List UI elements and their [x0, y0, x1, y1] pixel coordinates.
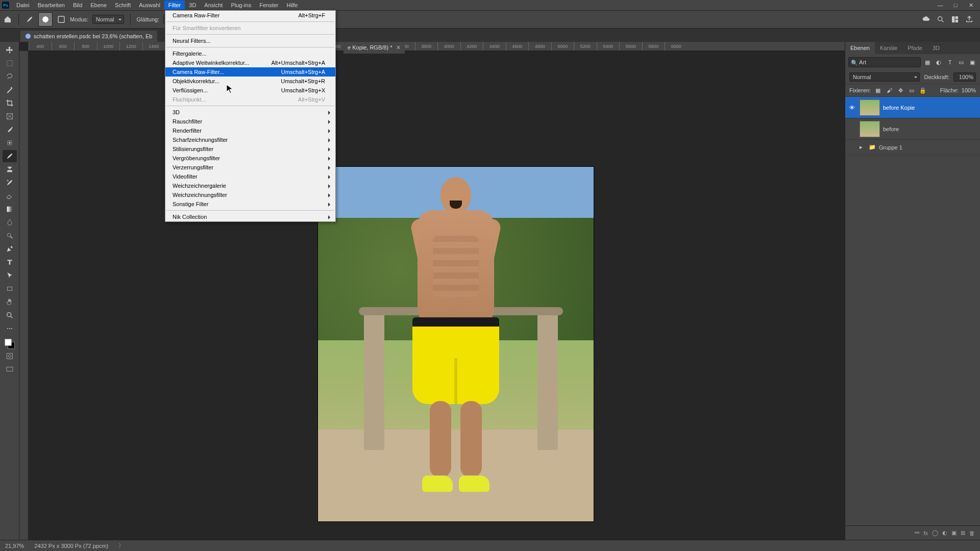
menu-hilfe[interactable]: Hilfe	[282, 1, 302, 10]
menu-schrift[interactable]: Schrift	[111, 1, 135, 10]
layer-thumbnail[interactable]	[860, 121, 880, 137]
menu-item-scharfzeichnungsfilter[interactable]: Scharfzeichnungsfilter	[165, 135, 335, 144]
zoom-level[interactable]: 21,97%	[5, 543, 24, 549]
menu-item-adaptive-weitwinkel[interactable]: Adaptive Weitwinkelkorrektur...Alt+Umsch…	[165, 58, 335, 67]
rectangle-tool[interactable]	[3, 283, 17, 295]
menu-item-verzerrungsfilter[interactable]: Verzerrungsfilter	[165, 163, 335, 172]
blend-mode-select[interactable]: Normal	[92, 15, 124, 24]
edit-toolbar[interactable]	[3, 322, 17, 335]
tab-ebenen[interactable]: Ebenen	[845, 42, 875, 54]
cloud-sync-icon[interactable]	[922, 15, 931, 24]
layer-name[interactable]: before	[883, 126, 978, 132]
document-tab[interactable]: schatten erstellen.psdc bei 23,6% (schat…	[20, 31, 157, 42]
filter-shape-icon[interactable]: ▭	[957, 58, 966, 67]
layer-row[interactable]: ▸ 📁 Gruppe 1	[845, 140, 980, 155]
menu-3d[interactable]: 3D	[185, 1, 200, 10]
lasso-tool[interactable]	[3, 70, 17, 83]
screen-mode-toggle[interactable]	[3, 363, 17, 375]
adjustment-layer-icon[interactable]: ◐	[942, 530, 947, 536]
menu-item-filtergalerie[interactable]: Filtergalerie...	[165, 49, 335, 58]
gradient-tool[interactable]	[3, 203, 17, 215]
status-arrow-icon[interactable]: 〉	[118, 542, 124, 549]
pen-tool[interactable]	[3, 243, 17, 255]
frame-tool[interactable]	[3, 110, 17, 122]
link-layers-icon[interactable]: ⚯	[915, 530, 919, 536]
menu-item-fluchtpunkt[interactable]: Fluchtpunkt...Alt+Strg+V	[165, 95, 335, 104]
menu-filter[interactable]: Filter	[164, 1, 185, 10]
brush-panel-icon[interactable]	[57, 15, 66, 24]
healing-brush-tool[interactable]	[3, 137, 17, 149]
tab-3d[interactable]: 3D	[927, 42, 945, 54]
document-info[interactable]: 2432 Px x 3000 Px (72 ppcm)	[34, 543, 108, 549]
group-expand-icon[interactable]: ▸	[860, 144, 866, 151]
layer-mask-icon[interactable]: ◯	[932, 530, 938, 536]
filter-pixel-icon[interactable]: ▦	[923, 58, 932, 67]
lock-artboard-icon[interactable]: ▭	[908, 86, 916, 94]
menu-item-sonstige-filter[interactable]: Sonstige Filter	[165, 199, 335, 209]
magic-wand-tool[interactable]	[3, 84, 17, 96]
crop-tool[interactable]	[3, 97, 17, 109]
dodge-tool[interactable]	[3, 230, 17, 242]
layer-name[interactable]: Gruppe 1	[879, 144, 978, 151]
path-select-tool[interactable]	[3, 269, 17, 282]
filter-type-icon[interactable]: T	[945, 58, 954, 67]
lock-pixels-icon[interactable]: 🖌	[885, 86, 893, 94]
color-swatch[interactable]	[5, 339, 15, 349]
menu-item-verfluessigen[interactable]: Verflüssigen...Umschalt+Strg+X	[165, 86, 335, 95]
brush-tool[interactable]	[3, 150, 17, 162]
menu-item-3d[interactable]: 3D	[165, 108, 335, 117]
tab-kanaele[interactable]: Kanäle	[875, 42, 902, 54]
delete-layer-icon[interactable]: 🗑	[969, 530, 975, 536]
lock-position-icon[interactable]: ✥	[896, 86, 904, 94]
layer-blend-mode[interactable]: Normal	[849, 72, 920, 82]
history-brush-tool[interactable]	[3, 177, 17, 189]
layer-thumbnail[interactable]	[860, 99, 880, 116]
layer-row[interactable]: 👁 before Kopie	[845, 97, 980, 118]
hand-tool[interactable]	[3, 296, 17, 308]
menu-auswahl[interactable]: Auswahl	[135, 1, 164, 10]
maximize-button[interactable]: □	[950, 2, 961, 9]
lock-all-icon[interactable]: 🔒	[919, 86, 927, 94]
menu-item-nik-collection[interactable]: Nik Collection	[165, 212, 335, 221]
canvas-area[interactable]: 4006008001000120014001600180020002200240…	[19, 42, 845, 540]
menu-item-weichzeichnergalerie[interactable]: Weichzeichnergalerie	[165, 181, 335, 190]
menu-bearbeiten[interactable]: Bearbeiten	[34, 1, 69, 10]
type-tool[interactable]	[3, 256, 17, 268]
menu-item-videofilter[interactable]: Videofilter	[165, 172, 335, 181]
menu-bild[interactable]: Bild	[69, 1, 86, 10]
new-group-icon[interactable]: ▣	[951, 530, 957, 536]
close-button[interactable]: ✕	[966, 2, 976, 9]
layer-row[interactable]: before	[845, 118, 980, 140]
layer-name[interactable]: before Kopie	[883, 105, 978, 111]
opacity-value[interactable]: 100%	[953, 72, 976, 82]
zoom-tool[interactable]	[3, 309, 17, 321]
quick-mask-toggle[interactable]	[3, 350, 17, 362]
layer-filter-select[interactable]: 🔍Art	[848, 57, 921, 67]
layer-style-icon[interactable]: fx	[923, 530, 928, 536]
blur-tool[interactable]	[3, 216, 17, 229]
menu-item-objektivkorrektur[interactable]: Objektivkorrektur...Umschalt+Strg+R	[165, 77, 335, 86]
close-tab-icon[interactable]: ✕	[396, 44, 401, 51]
move-tool[interactable]	[3, 44, 17, 56]
menu-item-stilisierungsfilter[interactable]: Stilisierungsfilter	[165, 144, 335, 154]
menu-ansicht[interactable]: Ansicht	[200, 1, 227, 10]
menu-item-neural-filters[interactable]: Neural Filters...	[165, 36, 335, 45]
new-layer-icon[interactable]: ⊞	[961, 530, 965, 536]
eyedropper-tool[interactable]	[3, 123, 17, 136]
search-icon[interactable]	[936, 15, 945, 24]
menu-item-last-filter[interactable]: Camera Raw-FilterAlt+Strg+F	[165, 11, 335, 20]
filter-smart-icon[interactable]: ▣	[968, 58, 977, 67]
fill-value[interactable]: 100%	[962, 87, 976, 93]
home-icon[interactable]	[3, 15, 12, 24]
visibility-toggle[interactable]: 👁	[847, 105, 856, 111]
workspace-icon[interactable]	[950, 15, 960, 24]
menu-ebene[interactable]: Ebene	[86, 1, 111, 10]
brush-tool-icon[interactable]	[25, 15, 34, 24]
menu-item-vergroeberungsfilter[interactable]: Vergröberungsfilter	[165, 154, 335, 163]
menu-datei[interactable]: Datei	[12, 1, 34, 10]
menu-item-renderfilter[interactable]: Renderfilter	[165, 126, 335, 135]
brush-preview[interactable]	[38, 12, 53, 27]
menu-item-weichzeichnungsfilter[interactable]: Weichzeichnungsfilter	[165, 190, 335, 199]
menu-fenster[interactable]: Fenster	[255, 1, 282, 10]
marquee-tool[interactable]	[3, 57, 17, 69]
